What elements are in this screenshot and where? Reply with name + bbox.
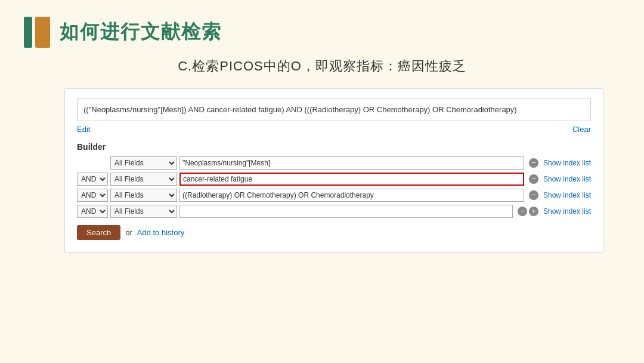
or-text: or — [125, 228, 132, 237]
builder-row: AND OR NOT All Fields − Show index list — [77, 189, 591, 202]
row-icons-4: − + — [518, 207, 538, 216]
search-area: Search or Add to history — [77, 225, 591, 240]
builder-row: AND OR NOT All Fields − Show index list — [77, 173, 591, 186]
main-panel: (("Neoplasms/nursing"[Mesh]) AND cancer-… — [64, 88, 603, 253]
accent-bar-right — [35, 17, 50, 48]
row-icons-3: − — [529, 190, 538, 200]
row-icons-2: − — [529, 174, 538, 184]
term-input-2[interactable] — [179, 173, 524, 186]
remove-row-1-button[interactable]: − — [529, 158, 538, 168]
builder-label: Builder — [77, 142, 591, 152]
query-actions: Edit Clear — [77, 125, 591, 134]
bool-select-3[interactable]: AND OR NOT — [77, 189, 108, 202]
remove-row-2-button[interactable]: − — [529, 174, 538, 184]
row-icons-1: − — [529, 158, 538, 168]
remove-row-3-button[interactable]: − — [529, 190, 538, 200]
show-index-link-1[interactable]: Show index list — [543, 159, 591, 167]
bool-select-2[interactable]: AND OR NOT — [77, 173, 108, 186]
builder-rows: AND All Fields − Show index list AND OR … — [77, 156, 591, 218]
builder-row: AND All Fields − Show index list — [77, 156, 591, 170]
clear-link[interactable]: Clear — [572, 125, 591, 134]
subtitle: C.检索PICOS中的O，即观察指标：癌因性疲乏 — [0, 57, 644, 75]
search-button[interactable]: Search — [77, 225, 120, 240]
term-input-3[interactable] — [179, 189, 524, 202]
show-index-link-2[interactable]: Show index list — [543, 175, 591, 183]
term-input-4[interactable] — [179, 205, 513, 218]
builder-row: AND OR NOT All Fields − + Show index lis… — [77, 205, 591, 218]
field-select-4[interactable]: All Fields — [110, 205, 177, 218]
field-select-1[interactable]: All Fields — [110, 156, 177, 170]
show-index-link-4[interactable]: Show index list — [543, 207, 591, 216]
field-select-2[interactable]: All Fields — [110, 173, 177, 186]
accent-icon — [24, 17, 50, 48]
query-box: (("Neoplasms/nursing"[Mesh]) AND cancer-… — [77, 99, 591, 121]
header: 如何进行文献检索 — [24, 17, 222, 48]
edit-link[interactable]: Edit — [77, 125, 90, 134]
page-title: 如何进行文献检索 — [60, 19, 222, 45]
field-select-3[interactable]: All Fields — [110, 189, 177, 202]
remove-row-4-button[interactable]: − — [518, 207, 527, 216]
show-index-link-3[interactable]: Show index list — [543, 191, 591, 199]
accent-bar-left — [24, 17, 32, 48]
bool-select-4[interactable]: AND OR NOT — [77, 205, 108, 218]
add-to-history-link[interactable]: Add to history — [137, 228, 185, 237]
add-row-4-button[interactable]: + — [529, 207, 538, 216]
term-input-1[interactable] — [179, 156, 524, 170]
